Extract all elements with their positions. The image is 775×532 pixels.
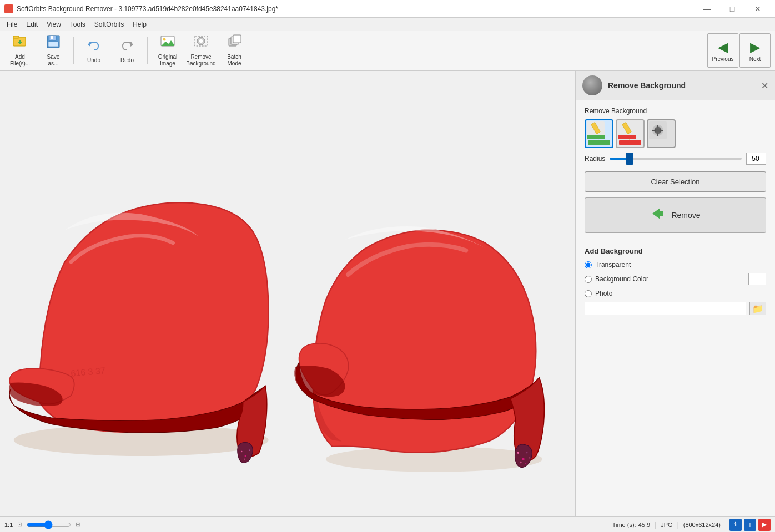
- svg-point-22: [245, 455, 246, 457]
- radius-slider-container: [610, 153, 742, 164]
- photo-path-row: 📁: [585, 302, 766, 315]
- menu-file[interactable]: File: [2, 19, 22, 29]
- redo-label: Redo: [120, 57, 134, 64]
- remove-bg-label: Remove Background: [585, 107, 766, 115]
- next-button[interactable]: ▶ Next: [739, 33, 771, 68]
- remove-bg-section: Remove Background: [576, 100, 775, 240]
- original-image-icon: [160, 34, 175, 53]
- keep-tool-icon: [586, 120, 606, 140]
- statusbar: 1:1 ⊡ ⊞ Time (s): 45.9 | JPG | (800x612x…: [0, 516, 775, 532]
- clear-selection-button[interactable]: Clear Selection: [585, 171, 766, 192]
- remove-background-button[interactable]: RemoveBackground: [185, 33, 217, 68]
- redo-button[interactable]: Redo: [112, 33, 143, 68]
- time-value: 45.9: [638, 521, 650, 528]
- menu-view[interactable]: View: [42, 19, 66, 29]
- photo-radio-row: Photo: [585, 290, 766, 297]
- remove-button[interactable]: Remove: [585, 197, 766, 233]
- bg-color-radio-row: Background Color: [585, 273, 766, 285]
- toolbar-nav: ◀ Previous ▶ Next: [707, 33, 771, 68]
- svg-rect-7: [48, 42, 58, 47]
- svg-point-30: [525, 463, 526, 464]
- svg-rect-18: [233, 35, 241, 43]
- app-icon: [4, 4, 13, 13]
- remove-background-label: RemoveBackground: [186, 54, 215, 67]
- keep-tool-button[interactable]: [585, 119, 613, 148]
- save-as-label: Saveas...: [47, 54, 60, 67]
- window-title: SoftOrbits Background Remover - 3.109773…: [17, 5, 278, 13]
- minimize-button[interactable]: —: [694, 0, 719, 18]
- status-sep-1: |: [655, 521, 656, 529]
- svg-point-27: [522, 458, 525, 460]
- close-button[interactable]: ✕: [745, 0, 771, 18]
- radius-track: [610, 158, 742, 160]
- info-icon[interactable]: ℹ: [729, 519, 742, 531]
- radius-label: Radius: [585, 155, 605, 163]
- photo-radio[interactable]: [585, 290, 592, 297]
- toolbar: AddFile(s)... Saveas... Undo: [0, 31, 775, 71]
- svg-point-15: [199, 39, 203, 43]
- remove-background-icon: [193, 34, 209, 53]
- original-image-label: OriginalImage: [158, 54, 177, 67]
- original-image-button[interactable]: OriginalImage: [152, 33, 183, 68]
- photo-label[interactable]: Photo: [595, 290, 612, 297]
- svg-marker-50: [652, 208, 663, 219]
- color-swatch[interactable]: [748, 273, 766, 285]
- undo-button[interactable]: Undo: [78, 33, 109, 68]
- undo-icon: [86, 37, 102, 56]
- titlebar-left: SoftOrbits Background Remover - 3.109773…: [4, 4, 278, 13]
- svg-rect-36: [587, 135, 605, 139]
- svg-point-28: [526, 452, 527, 453]
- batch-mode-button[interactable]: Batch Mode: [219, 33, 250, 68]
- radius-row: Radius 50: [585, 153, 766, 165]
- toolbox-header: Remove Background ✕: [576, 71, 775, 100]
- transparent-radio[interactable]: [585, 261, 592, 268]
- browse-button[interactable]: 📁: [749, 302, 766, 315]
- menubar: File Edit View Tools SoftOrbits Help: [0, 18, 775, 31]
- canvas-area[interactable]: 616 3 37: [0, 71, 575, 516]
- bg-color-radio[interactable]: [585, 276, 592, 283]
- remove-btn-container: Remove: [585, 197, 766, 233]
- smart-brush-button[interactable]: [647, 119, 676, 148]
- transparent-label[interactable]: Transparent: [595, 261, 631, 268]
- tool-buttons-row: [585, 119, 766, 148]
- save-as-icon: [46, 34, 61, 53]
- toolbar-sep-2: [147, 37, 148, 64]
- redo-icon: [119, 37, 135, 56]
- menu-tools[interactable]: Tools: [66, 19, 90, 29]
- toolbox-panel: Remove Background ✕ Remove Background: [575, 71, 775, 516]
- radius-thumb[interactable]: [626, 153, 633, 165]
- toolbox-close-button[interactable]: ✕: [761, 80, 768, 91]
- svg-point-31: [529, 457, 530, 458]
- photo-path-input[interactable]: [585, 302, 746, 315]
- svg-rect-1: [13, 36, 19, 38]
- remove-tool-icon: [617, 120, 637, 140]
- zoom-slider[interactable]: [27, 520, 71, 529]
- previous-icon: ◀: [718, 39, 728, 55]
- svg-point-11: [163, 38, 166, 41]
- next-icon: ▶: [750, 39, 760, 55]
- svg-point-44: [656, 128, 660, 133]
- file-format: JPG: [661, 521, 672, 528]
- remove-tool-button[interactable]: [616, 119, 645, 148]
- add-background-label: Add Background: [585, 247, 766, 255]
- social-icon[interactable]: ▶: [758, 519, 771, 531]
- zoom-icon-fit: ⊡: [17, 521, 22, 528]
- previous-button[interactable]: ◀ Previous: [707, 33, 738, 68]
- menu-help[interactable]: Help: [128, 19, 151, 29]
- bg-color-label[interactable]: Background Color: [595, 275, 648, 283]
- radius-value[interactable]: 50: [746, 153, 766, 165]
- undo-label: Undo: [87, 57, 100, 64]
- menu-softorbits[interactable]: SoftOrbits: [90, 19, 128, 29]
- add-files-label: AddFile(s)...: [10, 54, 30, 67]
- add-files-button[interactable]: AddFile(s)...: [4, 33, 36, 68]
- share-icon[interactable]: f: [744, 519, 756, 531]
- svg-point-24: [244, 459, 245, 460]
- shoe-svg: 616 3 37: [0, 71, 575, 516]
- maximize-button[interactable]: □: [719, 0, 745, 18]
- save-as-button[interactable]: Saveas...: [38, 33, 69, 68]
- image-canvas[interactable]: 616 3 37: [0, 71, 575, 516]
- browse-icon: 📁: [752, 303, 763, 314]
- main-area: 616 3 37 Remove Background ✕ Remove Back…: [0, 71, 775, 516]
- svg-point-29: [520, 462, 521, 463]
- menu-edit[interactable]: Edit: [22, 19, 42, 29]
